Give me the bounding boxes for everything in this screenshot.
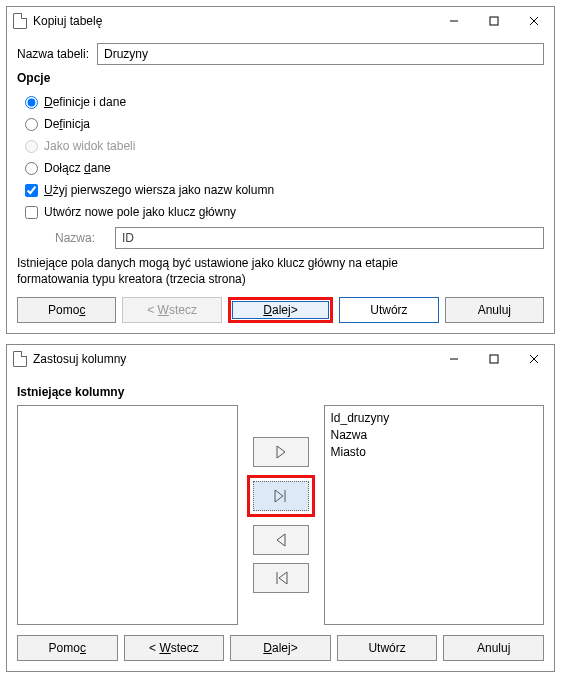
apply-columns-dialog: Zastosuj kolumny Istniejące kolumny [6, 344, 555, 672]
options-heading: Opcje [17, 71, 544, 85]
highlight-next: Dalej> [228, 297, 333, 323]
close-button[interactable] [514, 7, 554, 35]
create-button[interactable]: Utwórz [339, 297, 438, 323]
key-name-input [115, 227, 544, 249]
minimize-button[interactable] [434, 345, 474, 373]
checkbox-input[interactable] [25, 184, 38, 197]
cancel-button[interactable]: Anuluj [443, 635, 544, 661]
window-title: Zastosuj kolumny [33, 352, 434, 366]
selected-columns-list[interactable]: Id_druzynyNazwaMiasto [324, 405, 545, 625]
maximize-button[interactable] [474, 345, 514, 373]
svg-marker-11 [277, 534, 285, 546]
radio-def-and-data[interactable]: Definicje i dane [25, 91, 544, 113]
back-button[interactable]: < Wstecz [124, 635, 225, 661]
svg-marker-13 [279, 572, 287, 584]
next-button[interactable]: Dalej> [230, 635, 331, 661]
move-all-left-button[interactable] [253, 563, 309, 593]
radio-as-view: Jako widok tabeli [25, 135, 544, 157]
table-name-input[interactable] [97, 43, 544, 65]
bar-triangle-left-icon [273, 571, 289, 585]
create-button[interactable]: Utwórz [337, 635, 438, 661]
titlebar: Kopiuj tabelę [7, 7, 554, 35]
highlight-move-all-right [247, 475, 315, 517]
maximize-button[interactable] [474, 7, 514, 35]
svg-rect-5 [490, 355, 498, 363]
radio-input [25, 140, 38, 153]
triangle-right-bar-icon [273, 489, 289, 503]
list-item[interactable]: Id_druzyny [331, 410, 538, 427]
radio-input[interactable] [25, 118, 38, 131]
cancel-button[interactable]: Anuluj [445, 297, 544, 323]
radio-input[interactable] [25, 96, 38, 109]
radio-append-data[interactable]: Dołącz dane [25, 157, 544, 179]
existing-columns-heading: Istniejące kolumny [17, 385, 544, 399]
checkbox-first-row-names[interactable]: Użyj pierwszego wiersza jako nazw kolumn [25, 179, 544, 201]
titlebar: Zastosuj kolumny [7, 345, 554, 373]
help-button[interactable]: Pomoc [17, 297, 116, 323]
svg-marker-9 [275, 490, 283, 502]
document-icon [13, 13, 27, 29]
svg-rect-1 [490, 17, 498, 25]
help-button[interactable]: Pomoc [17, 635, 118, 661]
move-left-button[interactable] [253, 525, 309, 555]
mover-buttons [246, 405, 316, 625]
next-button[interactable]: Dalej> [232, 301, 329, 319]
list-item[interactable]: Miasto [331, 444, 538, 461]
copy-table-dialog: Kopiuj tabelę Nazwa tabeli: Opcje Defini… [6, 6, 555, 334]
close-button[interactable] [514, 345, 554, 373]
triangle-right-icon [275, 445, 287, 459]
radio-input[interactable] [25, 162, 38, 175]
window-title: Kopiuj tabelę [33, 14, 434, 28]
svg-marker-8 [277, 446, 285, 458]
back-button: < Wstecz [122, 297, 221, 323]
available-columns-list[interactable] [17, 405, 238, 625]
hint-text: Istniejące pola danych mogą być ustawion… [17, 255, 544, 287]
checkbox-new-key[interactable]: Utwórz nowe pole jako klucz główny [25, 201, 544, 223]
key-name-label: Nazwa: [55, 231, 115, 245]
move-right-button[interactable] [253, 437, 309, 467]
document-icon [13, 351, 27, 367]
minimize-button[interactable] [434, 7, 474, 35]
triangle-left-icon [275, 533, 287, 547]
move-all-right-button[interactable] [253, 481, 309, 511]
list-item[interactable]: Nazwa [331, 427, 538, 444]
radio-def-only[interactable]: Definicja [25, 113, 544, 135]
checkbox-input[interactable] [25, 206, 38, 219]
table-name-label: Nazwa tabeli: [17, 47, 97, 61]
